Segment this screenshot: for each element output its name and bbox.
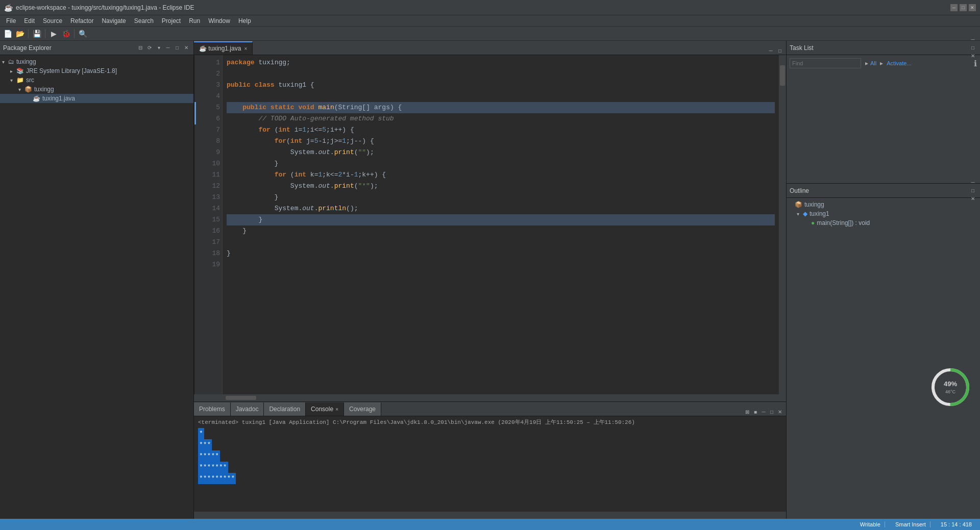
console-output: * *** ***** ******* *********	[198, 428, 782, 484]
outline-minimize-btn[interactable]: ─	[969, 179, 977, 187]
editor-minimize-btn[interactable]: ─	[767, 46, 775, 55]
console-maximize-btn[interactable]: □	[768, 408, 776, 416]
editor-tab-controls: ─ □	[765, 46, 786, 55]
horizontal-scrollbar[interactable]	[194, 394, 786, 401]
menu-item-run[interactable]: Run	[185, 16, 204, 26]
outline-item-label: main(String[]) : void	[817, 219, 870, 226]
pe-close-btn[interactable]: ✕	[182, 44, 190, 52]
debug-button[interactable]: 🐞	[60, 28, 71, 39]
menu-item-refactor[interactable]: Refactor	[66, 16, 97, 26]
outline-content: 📦 tuxingg ▾ ◆ tuxing1 ● main(String[]) :…	[787, 198, 980, 519]
search-button[interactable]: 🔍	[77, 28, 88, 39]
code-editor[interactable]: 1234 5678 9101112 13141516 171819 packag…	[194, 55, 786, 394]
outline-item-tuxingg[interactable]: 📦 tuxingg	[787, 200, 980, 209]
gauge-temp-text: 46°C	[945, 389, 956, 394]
class-icon: ◆	[803, 210, 807, 217]
task-list-panel: Task List ─ □ ✕ ▸ All ▸ Activate... ℹ	[787, 41, 980, 184]
outline-maximize-btn[interactable]: □	[969, 187, 977, 195]
console-stop-btn[interactable]: ■	[751, 408, 760, 416]
marker-spacer	[194, 80, 201, 91]
new-button[interactable]: 📄	[2, 28, 13, 39]
hs-track	[215, 394, 786, 401]
pe-collapse-btn[interactable]: ⊟	[136, 44, 144, 52]
console-horizontal-scrollbar[interactable]	[194, 512, 786, 519]
outline-item-tuxing1[interactable]: ▾ ◆ tuxing1	[787, 209, 980, 218]
editor-tab-tuxing1[interactable]: ☕ tuxing1.java ×	[194, 41, 253, 55]
tree-item-tuxingg[interactable]: ▾ 🗂 tuxingg	[0, 57, 193, 66]
tab-close[interactable]: ×	[335, 407, 338, 412]
editor-maximize-btn[interactable]: □	[776, 46, 784, 55]
tree-arrow: ▾	[2, 59, 8, 65]
star-output-1: *	[198, 428, 204, 439]
outline-item-main[interactable]: ● main(String[]) : void	[787, 218, 980, 228]
menu-item-project[interactable]: Project	[158, 16, 185, 26]
status-bar: Writable Smart Insert 15 : 14 : 418	[0, 519, 980, 530]
task-find-input[interactable]	[790, 58, 861, 68]
hs-thumb[interactable]	[226, 396, 256, 400]
find-arrow: ▸	[865, 60, 868, 67]
package-explorer-header: Package Explorer ⊟ ⟳ ▾ ─ □ ✕	[0, 41, 193, 55]
tree-item-src[interactable]: ▾ 📁 src	[0, 75, 193, 85]
pe-sync-btn[interactable]: ⟳	[145, 44, 154, 52]
tab-label: Coverage	[349, 406, 376, 413]
console-line-3: *****	[198, 450, 782, 462]
console-clear-btn[interactable]: ⊠	[743, 408, 751, 416]
star-output-3: *****	[198, 450, 220, 462]
method-icon: ●	[811, 219, 815, 226]
tree-arrow: ▾	[10, 78, 16, 83]
menu-item-navigate[interactable]: Navigate	[97, 16, 130, 26]
package-icon: 📦	[795, 201, 802, 208]
tree-item-package[interactable]: ▾ 📦 tuxingg	[0, 85, 193, 94]
scroll-thumb[interactable]	[780, 65, 785, 86]
task-activate-link[interactable]: Activate...	[887, 60, 911, 66]
tab-close-button[interactable]: ×	[244, 46, 247, 52]
code-line-5: public static void main(String[] args) {	[227, 102, 775, 113]
menu-item-search[interactable]: Search	[130, 16, 158, 26]
pe-menu-btn[interactable]: ▾	[155, 44, 163, 52]
code-line-19	[227, 259, 775, 270]
code-line-8: for(int j=5-i;j>=1;j--) {	[227, 136, 775, 147]
marker-spacer	[194, 68, 201, 80]
run-button[interactable]: ▶	[48, 28, 59, 39]
menu-item-help[interactable]: Help	[234, 16, 255, 26]
tree-arrow: ▸	[10, 68, 16, 74]
open-button[interactable]: 📂	[14, 28, 26, 39]
code-content[interactable]: package tuxingg; public class tuxing1 { …	[223, 55, 779, 394]
task-maximize-btn[interactable]: □	[969, 44, 977, 52]
toolbar-separator-2	[45, 29, 45, 38]
tab-console[interactable]: Console ×	[306, 402, 344, 416]
save-button[interactable]: 💾	[31, 28, 42, 39]
code-line-14: System.out.println();	[227, 203, 775, 214]
code-line-12: System.out.print("*");	[227, 181, 775, 192]
tab-icon: ☕	[199, 45, 207, 52]
console-terminated-text: <terminated> tuxing1 [Java Application] …	[198, 418, 782, 426]
tab-declaration[interactable]: Declaration	[264, 402, 306, 416]
tree-item-java-file[interactable]: ☕ tuxing1.java	[0, 94, 193, 103]
tab-label: Declaration	[269, 406, 300, 413]
tab-problems[interactable]: Problems	[194, 402, 231, 416]
menu-item-file[interactable]: File	[2, 16, 20, 26]
console-minimize-btn[interactable]: ─	[760, 408, 768, 416]
menu-item-edit[interactable]: Edit	[20, 16, 39, 26]
bottom-tab-bar: Problems Javadoc Declaration Console × C…	[194, 402, 786, 416]
code-line-7: for (int i=1;i<=5;i++) {	[227, 124, 775, 136]
task-minimize-btn[interactable]: ─	[969, 36, 977, 44]
menu-item-window[interactable]: Window	[204, 16, 234, 26]
package-explorer-title: Package Explorer	[3, 44, 136, 52]
outline-item-label: tuxingg	[804, 201, 824, 208]
menu-item-source[interactable]: Source	[39, 16, 66, 26]
pe-maximize-btn[interactable]: □	[173, 44, 181, 52]
pe-minimize-btn[interactable]: ─	[164, 44, 172, 52]
task-all-link[interactable]: All	[870, 60, 876, 66]
toolbar: 📄 📂 💾 ▶ 🐞 🔍	[0, 27, 980, 41]
minimize-button[interactable]: ─	[950, 4, 958, 11]
tab-javadoc[interactable]: Javadoc	[231, 402, 264, 416]
console-close-btn[interactable]: ✕	[776, 408, 784, 416]
tree-item-jre[interactable]: ▸ 📚 JRE System Library [JavaSE-1.8]	[0, 66, 193, 75]
tab-coverage[interactable]: Coverage	[344, 402, 381, 416]
close-button[interactable]: ✕	[969, 4, 976, 11]
star-output-4: *******	[198, 462, 228, 473]
maximize-button[interactable]: □	[960, 4, 967, 11]
editor-vertical-scrollbar[interactable]	[779, 55, 786, 394]
library-icon: 📚	[16, 67, 24, 74]
